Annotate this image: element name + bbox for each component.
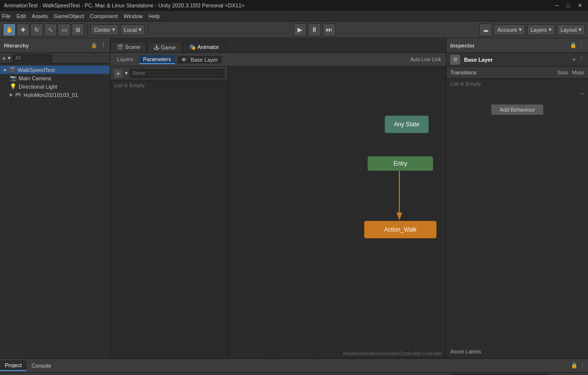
transitions-header: Transitions Solo Mute xyxy=(446,67,588,79)
maximize-button[interactable]: □ xyxy=(564,2,572,9)
rotate-tool[interactable]: ↻ xyxy=(30,23,43,36)
more-options-icon[interactable]: ⋮ xyxy=(100,42,106,48)
separator-1 xyxy=(87,24,88,36)
close-button[interactable]: ✕ xyxy=(576,2,584,9)
animator-canvas[interactable]: Any State Entry Action_Walk Models/HoloM… xyxy=(228,67,446,358)
local-dropdown[interactable]: Local ▾ xyxy=(121,24,145,35)
params-add-chevron[interactable]: ▾ xyxy=(125,70,128,76)
pause-button[interactable]: ⏸ xyxy=(308,23,321,36)
account-label: Account xyxy=(497,27,517,33)
lock-icon[interactable]: 🔒 xyxy=(91,42,98,48)
menu-edit[interactable]: Edit xyxy=(17,13,26,19)
menu-component[interactable]: Component xyxy=(90,13,118,19)
expand-icon: ▶ xyxy=(4,68,7,72)
center-dropdown[interactable]: Center ▾ xyxy=(91,24,119,35)
minimize-button[interactable]: ─ xyxy=(553,2,561,9)
tab-animator[interactable]: 🎭 Animator xyxy=(183,42,225,52)
inspector-title: Inspector xyxy=(450,43,475,48)
inspector-settings-icon[interactable]: ⋮ xyxy=(579,56,584,63)
state-action-walk[interactable]: Action_Walk xyxy=(364,221,437,238)
params-search[interactable] xyxy=(130,69,224,78)
play-button[interactable]: ▶ xyxy=(294,23,306,36)
animator-toolbar: Layers Parameters 👁 Base Layer Auto Live… xyxy=(110,53,446,67)
tool-group-transform: ✋ ✚ ↻ ⤡ ▭ ⊞ xyxy=(3,23,84,36)
inspector-panel: Inspector 🔒 ⋮ ⚙ Base Layer ＋ ⋮ Transitio… xyxy=(446,38,588,358)
inspector-plus-icon[interactable]: ＋ xyxy=(571,56,577,63)
center-label: Center xyxy=(94,27,110,33)
tab-console[interactable]: Console xyxy=(26,361,56,371)
inspector-base-layer: Base Layer xyxy=(464,57,493,63)
local-label: Local xyxy=(124,27,137,33)
tab-game[interactable]: 🕹 Game xyxy=(147,42,182,52)
walkspeedtest-icon: 🎬 xyxy=(9,67,16,73)
walkspeedtest-label: WalkSpeedTest xyxy=(18,67,55,73)
layers-dropdown[interactable]: Layers ▾ xyxy=(527,24,555,35)
canvas-file-label: Models/HoloMonAnimatorController.control… xyxy=(343,351,442,356)
scale-tool[interactable]: ⤡ xyxy=(44,23,57,36)
params-panel: + ▾ List is Empty xyxy=(110,67,228,358)
camera-icon: 📷 xyxy=(10,75,17,81)
mute-label: Mute xyxy=(572,70,584,75)
transitions-empty: List is Empty xyxy=(446,79,588,89)
main-layout: Hierarchy 🔒 ⋮ + ▾ ▶ 🎬 WalkSpeedTest 📷 Ma… xyxy=(0,38,588,358)
animator-tabs: 🎬 Scene 🕹 Game 🎭 Animator xyxy=(110,38,446,53)
hierarchy-item-walkspeedtest[interactable]: ▶ 🎬 WalkSpeedTest xyxy=(0,66,110,74)
hierarchy-title: Hierarchy xyxy=(4,43,29,48)
layout-dropdown[interactable]: Layout ▾ xyxy=(557,24,585,35)
project-panel: Project Console 🔒 ⋮ + ▾ 🔍 ⊞ ★ ⚙ 10 ▶ ★ F xyxy=(0,359,588,375)
asset-labels-title: Asset Labels xyxy=(450,349,481,354)
hierarchy-add-button[interactable]: + xyxy=(2,54,6,62)
add-behaviour-container: Add Behaviour xyxy=(446,98,588,121)
title-bar-controls: ─ □ ✕ xyxy=(553,2,584,9)
transform-tool[interactable]: ⊞ xyxy=(72,23,84,36)
params-header: + ▾ xyxy=(110,67,227,80)
title-bar: AnimationTest - WalkSpeedTest - PC, Mac … xyxy=(0,0,588,11)
hand-tool[interactable]: ✋ xyxy=(3,23,16,36)
menu-gameobject[interactable]: GameObject xyxy=(54,13,84,19)
hierarchy-item-maincamera[interactable]: 📷 Main Camera xyxy=(6,74,110,82)
hierarchy-toolbar: + ▾ xyxy=(0,53,110,64)
step-button[interactable]: ⏭ xyxy=(323,23,336,36)
menu-window[interactable]: Window xyxy=(123,13,143,19)
inspector-lock-icon[interactable]: 🔒 xyxy=(570,42,577,48)
solo-label: Solo xyxy=(558,70,568,75)
toolbar: ✋ ✚ ↻ ⤡ ▭ ⊞ Center ▾ Local ▾ ▶ ⏸ ⏭ ☁ Acc… xyxy=(0,22,588,38)
state-entry[interactable]: Entry xyxy=(368,156,433,171)
menu-help[interactable]: Help xyxy=(148,13,160,19)
move-tool[interactable]: ✚ xyxy=(17,23,29,36)
light-icon: 💡 xyxy=(10,83,17,90)
hierarchy-item-holomon[interactable]: ▶ 🎮 HoloMon20210103_01 xyxy=(6,91,110,99)
center-panel: 🎬 Scene 🕹 Game 🎭 Animator Layers Paramet… xyxy=(110,38,446,358)
base-layer-icon: ⚙ xyxy=(450,55,460,65)
game-icon: 🕹 xyxy=(154,45,159,50)
hierarchy-add-chevron[interactable]: ▾ xyxy=(8,55,11,61)
hierarchy-content: ▶ 🎬 WalkSpeedTest 📷 Main Camera 💡 Direct… xyxy=(0,64,110,358)
parameters-tab[interactable]: Parameters xyxy=(139,55,175,64)
hierarchy-search[interactable] xyxy=(13,54,52,62)
menu-assets[interactable]: Assets xyxy=(32,13,48,19)
cloud-icon: ☁ xyxy=(479,23,492,36)
asset-labels-section: Asset Labels xyxy=(446,345,588,358)
layers-tab[interactable]: Layers xyxy=(113,55,137,64)
state-any[interactable]: Any State xyxy=(385,116,429,133)
tab-scene[interactable]: 🎬 Scene xyxy=(110,42,147,52)
layout-chevron: ▾ xyxy=(579,26,582,33)
inspector-more-icon[interactable]: ⋮ xyxy=(579,42,584,48)
transitions-actions: ─ xyxy=(446,89,588,98)
project-tabs: Project Console 🔒 ⋮ xyxy=(0,359,588,373)
animator-connections xyxy=(228,67,446,358)
project-lock-icon[interactable]: 🔒 xyxy=(571,362,578,369)
rect-tool[interactable]: ▭ xyxy=(58,23,71,36)
transitions-minus[interactable]: ─ xyxy=(580,91,584,96)
account-dropdown[interactable]: Account ▾ xyxy=(494,24,525,35)
auto-live-link[interactable]: Auto Live Link xyxy=(410,57,441,62)
params-add-button[interactable]: + xyxy=(113,69,123,78)
menu-file[interactable]: File xyxy=(2,13,11,19)
project-more-icon[interactable]: ⋮ xyxy=(580,362,585,369)
bottom-panels: Project Console 🔒 ⋮ + ▾ 🔍 ⊞ ★ ⚙ 10 ▶ ★ F xyxy=(0,358,588,375)
hierarchy-item-directionallight[interactable]: 💡 Directional Light xyxy=(6,82,110,91)
add-behaviour-button[interactable]: Add Behaviour xyxy=(491,104,543,115)
inspector-subheader: ⚙ Base Layer ＋ ⋮ xyxy=(446,53,588,67)
tab-project[interactable]: Project xyxy=(0,360,26,371)
directionallight-label: Directional Light xyxy=(19,84,57,90)
